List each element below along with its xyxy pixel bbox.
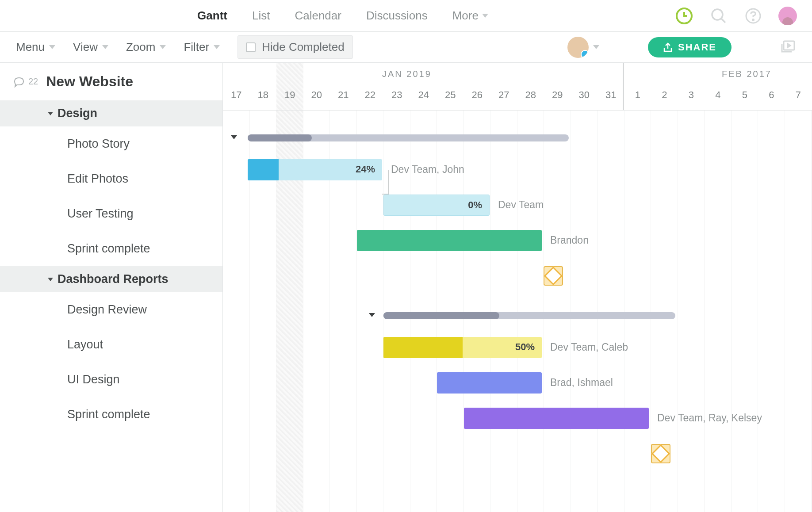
day-row: 1718192021222324252627282930311234567 xyxy=(223,86,812,111)
milestone-sprint-1[interactable] xyxy=(223,258,812,294)
bar-progress xyxy=(383,337,463,358)
gantt-chart[interactable]: JAN 2019 FEB 2017 1718192021222324252627… xyxy=(223,63,812,512)
day-cell[interactable]: 17 xyxy=(223,86,250,111)
comment-icon xyxy=(13,76,25,88)
group-dashboard-reports[interactable]: Dashboard Reports xyxy=(0,266,222,292)
day-cell[interactable]: 24 xyxy=(410,86,437,111)
day-cell[interactable]: 27 xyxy=(490,86,517,111)
day-cell[interactable]: 7 xyxy=(785,86,812,111)
chevron-down-icon xyxy=(231,135,237,139)
chevron-down-icon xyxy=(369,313,375,317)
view-button[interactable]: View xyxy=(73,40,108,54)
bar-pct: 0% xyxy=(468,199,482,211)
task-design-review[interactable]: Design Review xyxy=(0,292,222,327)
assignee-label: Brandon xyxy=(550,234,589,246)
tab-gantt[interactable]: Gantt xyxy=(197,9,227,23)
user-avatar[interactable] xyxy=(778,7,797,25)
day-cell[interactable]: 6 xyxy=(758,86,785,111)
milestone-icon[interactable] xyxy=(651,444,670,463)
assignee-chip[interactable] xyxy=(567,37,599,58)
tab-more[interactable]: More xyxy=(452,9,488,23)
milestone-sprint-2[interactable] xyxy=(223,436,812,471)
summary-progress xyxy=(383,312,499,319)
presentation-icon[interactable] xyxy=(780,39,796,55)
task-photo-story[interactable]: Photo Story xyxy=(0,126,222,161)
help-icon[interactable] xyxy=(744,7,762,25)
hide-completed-checkbox[interactable] xyxy=(246,42,256,52)
bar-photo-story[interactable]: 24% Dev Team, John xyxy=(223,152,812,187)
share-icon xyxy=(663,42,673,52)
task-layout[interactable]: Layout xyxy=(0,327,222,362)
comment-count: 22 xyxy=(28,76,38,87)
share-button[interactable]: SHARE xyxy=(648,37,732,57)
bar-ui-design[interactable]: Dev Team, Ray, Kelsey xyxy=(223,401,812,436)
milestone-icon[interactable] xyxy=(544,266,563,286)
svg-point-1 xyxy=(712,9,723,20)
day-cell[interactable]: 22 xyxy=(357,86,384,111)
day-cell[interactable]: 2 xyxy=(651,86,678,111)
day-cell[interactable]: 3 xyxy=(678,86,705,111)
bar-design-review[interactable]: 50% Dev Team, Caleb xyxy=(223,330,812,365)
assignee-label: Dev Team, Ray, Kelsey xyxy=(657,412,762,424)
day-cell[interactable]: 25 xyxy=(437,86,464,111)
task-sprint-complete-2[interactable]: Sprint complete xyxy=(0,397,222,432)
month-label-feb: FEB 2017 xyxy=(722,69,772,79)
bar-progress xyxy=(248,159,279,180)
bar-user-testing[interactable]: Brandon xyxy=(223,223,812,258)
bar-edit-photos[interactable]: 0% Dev Team xyxy=(223,187,812,223)
task-edit-photos[interactable]: Edit Photos xyxy=(0,161,222,196)
assignee-label: Dev Team xyxy=(498,199,544,211)
filter-button[interactable]: Filter xyxy=(184,40,220,54)
tab-discussions[interactable]: Discussions xyxy=(366,9,428,23)
hide-completed-label: Hide Completed xyxy=(262,40,344,54)
day-cell[interactable]: 20 xyxy=(303,86,330,111)
toolbar: Menu View Zoom Filter Hide Completed SHA… xyxy=(0,32,812,63)
day-cell[interactable]: 23 xyxy=(383,86,410,111)
day-cell[interactable]: 26 xyxy=(464,86,491,111)
summary-bar[interactable] xyxy=(383,312,675,319)
task-sidebar: 22 New Website Design Photo Story Edit P… xyxy=(0,63,223,512)
bar-layout[interactable]: Brad, Ishmael xyxy=(223,365,812,401)
summary-dashboard-reports[interactable] xyxy=(223,304,812,330)
top-tabs-bar: Gantt List Calendar Discussions More xyxy=(0,0,812,32)
timeline-header: JAN 2019 FEB 2017 1718192021222324252627… xyxy=(223,63,812,111)
task-user-testing[interactable]: User Testing xyxy=(0,196,222,231)
menu-button[interactable]: Menu xyxy=(16,40,55,54)
gantt-rows: 24% Dev Team, John 0% Dev Team Brandon xyxy=(223,111,812,471)
day-cell[interactable]: 5 xyxy=(732,86,758,111)
day-cell[interactable]: 29 xyxy=(544,86,571,111)
view-label: View xyxy=(73,40,98,54)
comment-badge[interactable]: 22 xyxy=(13,76,38,88)
search-icon[interactable] xyxy=(709,7,728,25)
assignee-label: Dev Team, John xyxy=(391,164,464,176)
day-cell[interactable]: 21 xyxy=(330,86,357,111)
clock-icon[interactable] xyxy=(675,7,693,25)
group-title: Design xyxy=(57,107,97,120)
day-cell[interactable]: 30 xyxy=(571,86,598,111)
day-cell[interactable]: 31 xyxy=(598,86,624,111)
day-cell[interactable]: 18 xyxy=(250,86,277,111)
chevron-down-icon xyxy=(214,45,220,49)
task-sprint-complete-1[interactable]: Sprint complete xyxy=(0,231,222,266)
hide-completed-toggle[interactable]: Hide Completed xyxy=(237,35,352,59)
share-label: SHARE xyxy=(678,42,716,53)
tab-list[interactable]: List xyxy=(252,9,270,23)
group-design[interactable]: Design xyxy=(0,100,222,126)
assignee-label: Brad, Ishmael xyxy=(550,377,613,389)
tab-more-label: More xyxy=(452,9,479,23)
svg-point-3 xyxy=(753,19,754,20)
chevron-down-icon xyxy=(102,45,108,49)
day-cell[interactable]: 19 xyxy=(276,86,303,111)
summary-bar[interactable] xyxy=(248,134,569,141)
summary-design[interactable] xyxy=(223,126,812,152)
assignee-label: Dev Team, Caleb xyxy=(550,341,628,353)
task-ui-design[interactable]: UI Design xyxy=(0,362,222,397)
tab-calendar[interactable]: Calendar xyxy=(295,9,341,23)
filter-label: Filter xyxy=(184,40,209,54)
project-row[interactable]: 22 New Website xyxy=(0,63,222,100)
assignee-avatar xyxy=(567,37,589,58)
zoom-button[interactable]: Zoom xyxy=(126,40,166,54)
day-cell[interactable]: 1 xyxy=(624,86,651,111)
day-cell[interactable]: 4 xyxy=(705,86,732,111)
day-cell[interactable]: 28 xyxy=(517,86,544,111)
